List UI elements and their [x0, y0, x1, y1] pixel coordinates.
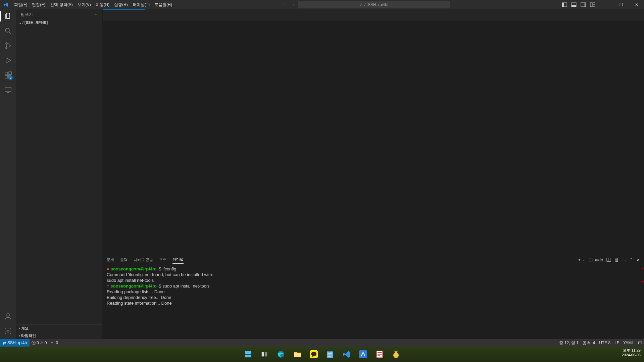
- timeline-section[interactable]: › 타임라인: [16, 332, 102, 339]
- remote-explorer-icon[interactable]: [4, 86, 12, 94]
- panel-more-icon[interactable]: ···: [622, 257, 626, 262]
- app-icon-1[interactable]: [356, 348, 370, 361]
- status-encoding[interactable]: UTF-8: [597, 341, 612, 345]
- app-icon-3[interactable]: [389, 348, 403, 361]
- status-notifications-icon[interactable]: 🖂: [636, 341, 644, 345]
- status-indentation[interactable]: 공백: 4: [581, 340, 597, 346]
- svg-point-12: [9, 45, 10, 46]
- file-explorer-icon[interactable]: [291, 348, 304, 361]
- task-view-icon[interactable]: [258, 348, 271, 361]
- panel-tab-output[interactable]: 출력: [120, 256, 128, 264]
- nav-forward-icon[interactable]: →: [290, 2, 295, 7]
- terminal-profile[interactable]: ⬚sudo: [589, 257, 603, 262]
- menu-run[interactable]: 실행(R): [112, 2, 130, 8]
- extensions-icon[interactable]: 2: [4, 71, 12, 79]
- menu-bar: 파일(F) 편집(E) 선택 영역(S) 보기(V) 이동(G) 실행(R) 터…: [12, 2, 175, 8]
- menu-file[interactable]: 파일(F): [12, 2, 30, 8]
- terminal-content[interactable]: ● sooseongcom@rpi4b:~$ ifconfig Command …: [103, 265, 644, 339]
- panel-tab-problems[interactable]: 문제: [107, 256, 114, 264]
- source-control-icon[interactable]: [4, 42, 12, 50]
- svg-rect-40: [378, 354, 382, 355]
- svg-rect-27: [265, 352, 267, 357]
- split-terminal-icon[interactable]: [606, 257, 611, 262]
- svg-point-10: [6, 43, 7, 44]
- sidebar-title: 탐색기: [21, 12, 33, 17]
- system-clock[interactable]: 오후 11:29 2024-06-06: [622, 348, 641, 357]
- command-center-search[interactable]: ⌕ / [SSH: rpi4b]: [298, 1, 450, 8]
- window-minimize-button[interactable]: ─: [599, 0, 614, 9]
- svg-rect-13: [5, 72, 8, 75]
- remote-icon: ⇄: [3, 341, 6, 345]
- menu-help[interactable]: 도움말(H): [152, 2, 175, 8]
- svg-rect-26: [262, 352, 264, 357]
- folder-name: / [SSH: RPI4B]: [22, 20, 48, 24]
- start-button[interactable]: [241, 348, 255, 361]
- window-close-button[interactable]: ✕: [629, 0, 644, 9]
- timeline-label: 타임라인: [21, 333, 36, 338]
- new-terminal-button[interactable]: ＋⌄: [577, 257, 585, 263]
- menu-view[interactable]: 보기(V): [75, 2, 93, 8]
- menu-go[interactable]: 이동(G): [93, 2, 112, 8]
- svg-rect-23: [248, 351, 251, 354]
- window-maximize-button[interactable]: ❐: [614, 0, 629, 9]
- status-cursor-pos[interactable]: 줄 12, 열 1: [557, 340, 580, 346]
- terminal-scrollbar[interactable]: [641, 265, 644, 339]
- status-ports[interactable]: ᯤ0: [49, 341, 60, 345]
- svg-rect-16: [9, 72, 11, 74]
- status-language[interactable]: YAML: [621, 341, 636, 345]
- customize-layout-icon[interactable]: [590, 2, 595, 7]
- svg-rect-1: [562, 3, 564, 7]
- menu-terminal[interactable]: 터미널(T): [130, 2, 152, 8]
- outline-label: 개요: [21, 326, 29, 331]
- svg-rect-5: [584, 3, 586, 7]
- bottom-panel: 문제 출력 디버그 콘솔 포트 터미널 ＋⌄ ⬚sudo 🗑 ··· ⌃ ✕ ●…: [103, 254, 644, 339]
- sidebar-more-icon[interactable]: ···: [93, 12, 98, 17]
- notepad-icon[interactable]: [324, 348, 337, 361]
- menu-edit[interactable]: 편집(E): [30, 2, 48, 8]
- vscode-taskbar-icon[interactable]: [340, 348, 353, 361]
- toggle-panel-icon[interactable]: [571, 2, 577, 7]
- settings-gear-icon[interactable]: [4, 327, 12, 335]
- panel-tab-debug[interactable]: 디버그 콘솔: [134, 256, 153, 264]
- search-activity-icon[interactable]: [4, 27, 12, 35]
- explorer-icon[interactable]: [4, 12, 12, 20]
- maximize-panel-icon[interactable]: ⌃: [629, 257, 633, 262]
- run-debug-icon[interactable]: [4, 56, 12, 64]
- editor-empty: [103, 21, 644, 254]
- extensions-badge: 2: [8, 76, 13, 80]
- chevron-right-icon: ›: [19, 334, 20, 338]
- kakaotalk-icon[interactable]: [307, 348, 320, 361]
- editor-tabs[interactable]: [103, 9, 644, 21]
- kill-terminal-icon[interactable]: 🗑: [614, 257, 619, 262]
- status-eol[interactable]: LF: [612, 341, 621, 345]
- svg-point-9: [5, 28, 9, 32]
- svg-rect-24: [245, 355, 248, 357]
- error-dot-icon: ●: [107, 266, 109, 271]
- toggle-secondary-sidebar-icon[interactable]: [581, 2, 586, 7]
- menu-selection[interactable]: 선택 영역(S): [48, 2, 75, 8]
- svg-rect-8: [593, 5, 595, 7]
- status-problems[interactable]: ⓧ0 ⚠0: [30, 340, 49, 346]
- svg-rect-17: [5, 87, 11, 91]
- close-panel-icon[interactable]: ✕: [636, 257, 640, 262]
- accounts-icon[interactable]: [4, 312, 12, 320]
- title-bar: 파일(F) 편집(E) 선택 영역(S) 보기(V) 이동(G) 실행(R) 터…: [0, 0, 644, 9]
- app-icon-2[interactable]: [373, 348, 386, 361]
- nav-back-icon[interactable]: ←: [282, 2, 287, 7]
- status-dot-icon: ○: [107, 283, 109, 289]
- windows-taskbar: 오후 11:29 2024-06-06: [0, 347, 644, 362]
- warning-icon: ⚠: [40, 341, 44, 345]
- edge-icon[interactable]: [274, 348, 288, 361]
- vscode-logo-icon: [0, 2, 12, 7]
- explorer-sidebar: 탐색기 ··· ⌄ / [SSH: RPI4B] › 개요 › 타임라인: [16, 9, 103, 339]
- activity-bar: 2: [0, 9, 16, 339]
- toggle-primary-sidebar-icon[interactable]: [562, 2, 567, 7]
- error-icon: ⓧ: [32, 340, 36, 346]
- panel-tab-terminal[interactable]: 터미널: [172, 256, 184, 264]
- panel-tab-ports[interactable]: 포트: [159, 256, 166, 264]
- outline-section[interactable]: › 개요: [16, 324, 102, 332]
- remote-indicator[interactable]: ⇄ SSH: rpi4b: [0, 339, 30, 347]
- folder-header[interactable]: ⌄ / [SSH: RPI4B]: [16, 19, 102, 25]
- search-text: / [SSH: rpi4b]: [364, 2, 388, 7]
- svg-rect-37: [359, 350, 367, 358]
